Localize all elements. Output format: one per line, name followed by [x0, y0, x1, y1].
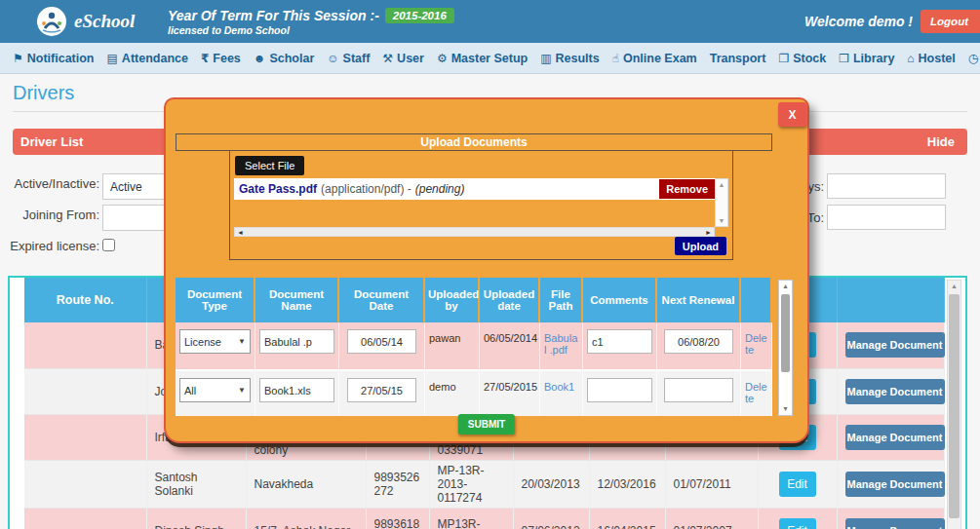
- license-text: licensed to Demo School: [168, 24, 454, 36]
- nav-attendance[interactable]: ▤Attendance: [107, 52, 188, 65]
- comments-input[interactable]: [587, 329, 652, 354]
- file-path-link[interactable]: Babulal .pdf: [544, 325, 578, 356]
- document-date-header: Document Date: [339, 278, 425, 322]
- joining-from-input[interactable]: [102, 205, 171, 231]
- nav-timetable[interactable]: ◷TimeTable: [968, 52, 980, 65]
- document-type-header: Document Type: [176, 278, 255, 322]
- nav-notification[interactable]: ⚑Notification: [13, 52, 95, 65]
- uploaded-date-header: Uploaded date: [480, 278, 540, 322]
- file-item: Gate Pass.pdf (application/pdf) - (pendi…: [234, 178, 715, 200]
- hide-toggle[interactable]: Hide: [927, 134, 955, 149]
- scroll-up-icon[interactable]: ▲: [948, 281, 960, 292]
- document-name-input[interactable]: [259, 329, 334, 354]
- brand-name: eSchool: [74, 11, 135, 32]
- table-scrollbar[interactable]: ▲: [947, 280, 961, 529]
- expiring-days-input[interactable]: [827, 173, 946, 199]
- nav-library[interactable]: ❒Library: [839, 52, 894, 65]
- eschool-logo-icon: [37, 7, 66, 36]
- route-no-header: Route No.: [24, 278, 146, 322]
- nav-fees[interactable]: ₹Fees: [201, 52, 241, 65]
- nav-online-exam[interactable]: ☝Online Exam: [612, 52, 697, 65]
- nav-master-setup[interactable]: ⚙Master Setup: [437, 52, 528, 65]
- delete-document-link[interactable]: Delete: [745, 374, 767, 404]
- nav-results[interactable]: ▥Results: [540, 52, 600, 65]
- upload-button[interactable]: Upload: [675, 237, 726, 255]
- scrollbar-thumb[interactable]: [781, 294, 790, 372]
- rupee-icon: ₹: [201, 52, 209, 65]
- documents-table-wrap: Document Type Document Name Document Dat…: [176, 278, 772, 417]
- submit-button[interactable]: SUBMIT: [458, 414, 515, 435]
- expired-license-label: Expired license:: [0, 239, 99, 253]
- session-label: Year Of Term For This Session :-: [168, 8, 379, 23]
- scroll-down-icon[interactable]: ▼: [779, 403, 792, 415]
- chart-icon: ▥: [540, 52, 551, 65]
- uploaded-by-value: demo: [429, 374, 475, 393]
- top-header: eSchool Year Of Term For This Session :-…: [0, 0, 980, 43]
- joining-from-label: Joining From:: [0, 208, 99, 222]
- nav-staff[interactable]: ☺Staff: [327, 52, 370, 65]
- building-icon: ⌂: [907, 52, 914, 65]
- manage-document-button[interactable]: Manage Document: [845, 472, 945, 497]
- uploaded-date-value: 06/05/2014: [484, 325, 535, 344]
- comments-input[interactable]: [587, 378, 652, 402]
- manage-document-button[interactable]: Manage Document: [845, 379, 945, 404]
- documents-table-scrollbar[interactable]: ▲ ▼: [778, 280, 793, 416]
- documents-table: Document Type Document Name Document Dat…: [176, 278, 772, 416]
- file-path-link[interactable]: Book1: [544, 374, 578, 393]
- uploaded-by-value: pawan: [429, 325, 475, 344]
- chevron-down-icon: ▼: [238, 386, 246, 395]
- scroll-down-icon[interactable]: ▼: [716, 215, 727, 226]
- file-name: Gate Pass.pdf: [239, 182, 317, 196]
- page-title: Drivers: [13, 82, 74, 104]
- comments-header: Comments: [583, 278, 657, 322]
- to-input[interactable]: [827, 205, 946, 230]
- scroll-up-icon[interactable]: ▲: [779, 281, 792, 292]
- scroll-right-icon[interactable]: ►: [705, 228, 712, 237]
- students-icon: ☻: [254, 52, 266, 65]
- manage-document-button[interactable]: Manage Document: [845, 332, 945, 358]
- document-date-input[interactable]: [347, 378, 416, 402]
- nav-transport[interactable]: Transport: [710, 52, 766, 65]
- nav-stock[interactable]: ❐Stock: [778, 52, 826, 65]
- active-inactive-select[interactable]: Active: [102, 173, 171, 200]
- modal-close-button[interactable]: X: [778, 102, 806, 127]
- document-name-input[interactable]: [259, 378, 334, 402]
- upload-documents-title: Upload Documents: [176, 133, 772, 151]
- document-name-header: Document Name: [255, 278, 339, 322]
- file-path-header: File Path: [540, 278, 583, 322]
- uploaded-date-value: 27/05/2015: [484, 374, 535, 393]
- select-file-button[interactable]: Select File: [235, 156, 304, 175]
- chevron-down-icon: ▼: [238, 337, 246, 346]
- file-list-vertical-scrollbar[interactable]: ▲ ▼: [715, 178, 728, 227]
- document-type-select[interactable]: License▼: [179, 329, 251, 354]
- expired-license-checkbox[interactable]: [102, 239, 115, 251]
- uploaded-by-header: Uploaded by: [425, 278, 480, 322]
- scrollbar-thumb[interactable]: [949, 294, 960, 518]
- document-type-select[interactable]: All▼: [179, 378, 251, 402]
- file-list: Gate Pass.pdf (application/pdf) - (pendi…: [234, 178, 728, 237]
- nav-hostel[interactable]: ⌂Hostel: [907, 52, 955, 65]
- thumbs-up-icon: ☝: [612, 52, 619, 65]
- document-row: License▼ pawan 06/05/2014 Babulal .pdf D…: [176, 322, 772, 369]
- file-list-horizontal-scrollbar[interactable]: ◄ ►: [234, 227, 715, 237]
- scroll-left-icon[interactable]: ◄: [237, 228, 244, 237]
- table-row: Dinesh Singh 15/7, Ashok Nagar, 98936189…: [24, 508, 944, 529]
- file-type: (application/pdf) -: [321, 182, 412, 196]
- logout-button[interactable]: Logout: [921, 10, 980, 33]
- nav-scholar[interactable]: ☻Scholar: [254, 52, 315, 65]
- bell-icon: ◷: [968, 52, 978, 65]
- file-status: (pending): [415, 182, 465, 196]
- manage-document-button[interactable]: Manage Document: [845, 518, 945, 529]
- document-date-input[interactable]: [347, 329, 416, 354]
- next-renewal-input[interactable]: [664, 329, 733, 354]
- remove-file-button[interactable]: Remove: [659, 179, 715, 199]
- scroll-up-icon[interactable]: ▲: [716, 179, 727, 190]
- delete-document-link[interactable]: Delete: [745, 325, 767, 356]
- edit-button[interactable]: Edit: [779, 518, 816, 529]
- active-inactive-label: Active/Inactive:: [0, 176, 99, 191]
- next-renewal-input[interactable]: [664, 378, 733, 402]
- nav-user[interactable]: ⚒User: [382, 52, 424, 65]
- edit-button[interactable]: Edit: [779, 472, 816, 497]
- manage-document-button[interactable]: Manage Document: [845, 425, 945, 450]
- book-icon: ❒: [839, 52, 849, 65]
